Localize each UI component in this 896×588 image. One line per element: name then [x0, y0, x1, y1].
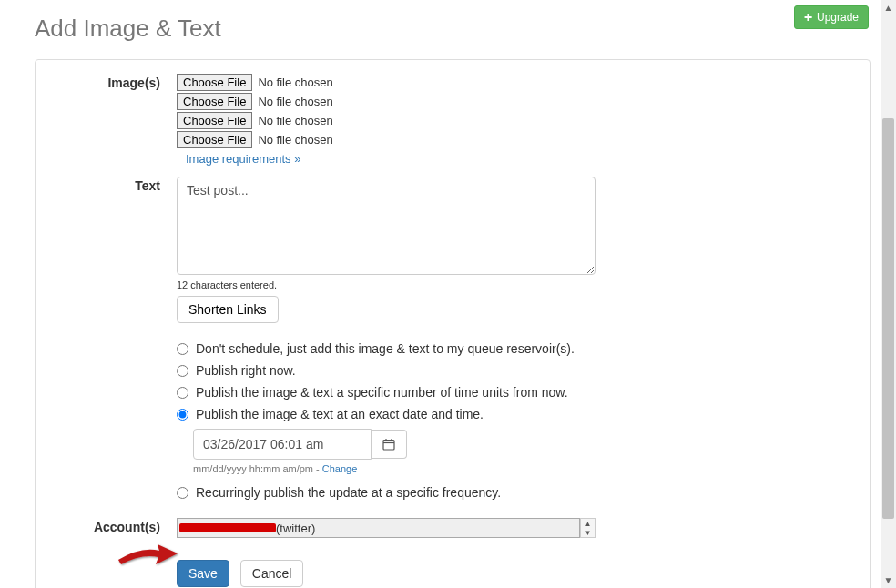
- radio-offset[interactable]: [177, 387, 188, 399]
- image-requirements-link[interactable]: Image requirements »: [186, 152, 300, 166]
- upgrade-label: Upgrade: [817, 11, 859, 24]
- schedule-option-queue[interactable]: Don't schedule, just add this image & te…: [177, 341, 856, 356]
- accounts-label: Account(s): [49, 518, 177, 538]
- file-status: No file chosen: [258, 95, 332, 108]
- accounts-spinner[interactable]: ▲ ▼: [580, 518, 596, 538]
- file-status: No file chosen: [258, 114, 332, 127]
- choose-file-button[interactable]: Choose File: [177, 93, 252, 110]
- schedule-option-now[interactable]: Publish right now.: [177, 363, 856, 378]
- datetime-change-link[interactable]: Change: [322, 463, 358, 474]
- choose-file-button[interactable]: Choose File: [177, 74, 252, 91]
- upgrade-button[interactable]: Upgrade: [794, 5, 869, 29]
- schedule-option-recurring[interactable]: Recurringly publish the update at a spec…: [177, 485, 856, 500]
- schedule-option-label: Don't schedule, just add this image & te…: [196, 341, 575, 356]
- accounts-select[interactable]: (twitter) ▲ ▼: [177, 518, 580, 538]
- file-status: No file chosen: [258, 76, 332, 89]
- schedule-option-label: Publish right now.: [196, 363, 296, 378]
- schedule-option-exact[interactable]: Publish the image & text at an exact dat…: [177, 407, 856, 421]
- cancel-button[interactable]: Cancel: [240, 560, 304, 587]
- radio-queue[interactable]: [177, 343, 188, 355]
- scroll-up-icon[interactable]: ▲: [881, 0, 896, 15]
- calendar-button[interactable]: [372, 430, 407, 459]
- scroll-thumb[interactable]: [882, 118, 894, 519]
- accounts-selected-suffix: (twitter): [276, 522, 315, 535]
- radio-now[interactable]: [177, 365, 188, 377]
- calendar-icon: [382, 438, 395, 451]
- images-label: Image(s): [49, 74, 177, 166]
- form-panel: Image(s) Choose File No file chosen Choo…: [35, 59, 871, 588]
- choose-file-button[interactable]: Choose File: [177, 131, 252, 148]
- vertical-scrollbar[interactable]: ▲ ▼: [881, 0, 896, 588]
- schedule-option-label: Publish the image & text at an exact dat…: [196, 407, 484, 421]
- datetime-input[interactable]: [193, 429, 372, 460]
- save-button[interactable]: Save: [177, 560, 229, 587]
- schedule-option-label: Publish the image & text a specific numb…: [196, 385, 568, 400]
- text-label: Text: [49, 177, 177, 323]
- char-count: 12 characters entered.: [177, 279, 856, 290]
- shorten-links-button[interactable]: Shorten Links: [177, 296, 279, 323]
- chevron-down-icon: ▼: [581, 528, 595, 537]
- chevron-up-icon: ▲: [581, 519, 595, 528]
- radio-recurring[interactable]: [177, 487, 188, 499]
- schedule-option-label: Recurringly publish the update at a spec…: [196, 485, 501, 500]
- schedule-option-offset[interactable]: Publish the image & text a specific numb…: [177, 385, 856, 400]
- radio-exact[interactable]: [177, 409, 188, 421]
- choose-file-button[interactable]: Choose File: [177, 112, 252, 129]
- svg-rect-0: [383, 441, 394, 451]
- text-textarea[interactable]: [177, 177, 596, 275]
- page-title: Add Image & Text: [35, 15, 896, 43]
- redacted-account-name: [179, 523, 276, 532]
- file-status: No file chosen: [258, 133, 332, 147]
- datetime-hint: mm/dd/yyyy hh:mm am/pm - Change: [193, 463, 856, 474]
- scroll-down-icon[interactable]: ▼: [881, 573, 896, 588]
